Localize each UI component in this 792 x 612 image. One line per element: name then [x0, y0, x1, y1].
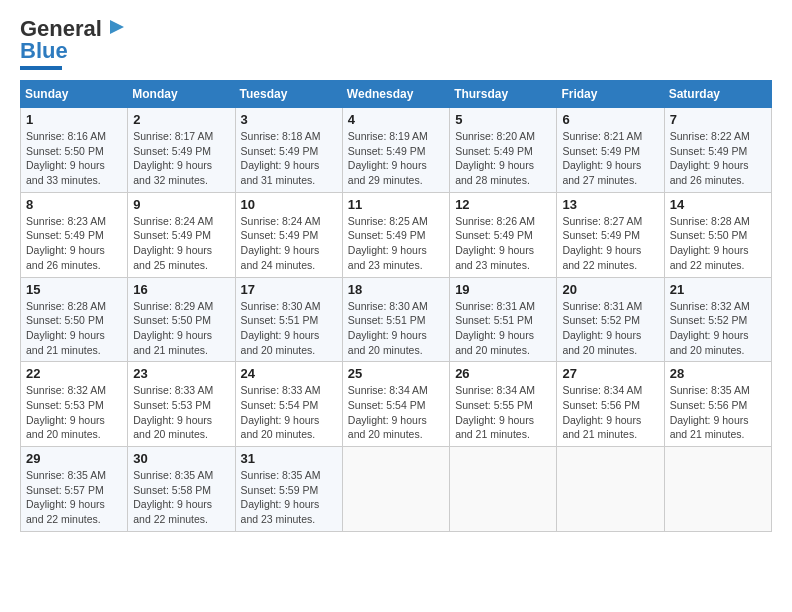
- calendar-cell: 11Sunrise: 8:25 AMSunset: 5:49 PMDayligh…: [342, 192, 449, 277]
- calendar-day-number: 6: [562, 112, 658, 127]
- calendar-cell: 17Sunrise: 8:30 AMSunset: 5:51 PMDayligh…: [235, 277, 342, 362]
- calendar-day-info: Sunrise: 8:28 AMSunset: 5:50 PMDaylight:…: [670, 214, 766, 273]
- calendar-cell: 1Sunrise: 8:16 AMSunset: 5:50 PMDaylight…: [21, 108, 128, 193]
- calendar-cell: 14Sunrise: 8:28 AMSunset: 5:50 PMDayligh…: [664, 192, 771, 277]
- calendar-day-number: 3: [241, 112, 337, 127]
- calendar-day-info: Sunrise: 8:19 AMSunset: 5:49 PMDaylight:…: [348, 129, 444, 188]
- calendar-day-number: 22: [26, 366, 122, 381]
- calendar-day-info: Sunrise: 8:30 AMSunset: 5:51 PMDaylight:…: [241, 299, 337, 358]
- calendar-cell: [557, 447, 664, 532]
- calendar-day-info: Sunrise: 8:16 AMSunset: 5:50 PMDaylight:…: [26, 129, 122, 188]
- calendar-day-info: Sunrise: 8:17 AMSunset: 5:49 PMDaylight:…: [133, 129, 229, 188]
- calendar-day-info: Sunrise: 8:21 AMSunset: 5:49 PMDaylight:…: [562, 129, 658, 188]
- calendar-cell: 22Sunrise: 8:32 AMSunset: 5:53 PMDayligh…: [21, 362, 128, 447]
- calendar-cell: 12Sunrise: 8:26 AMSunset: 5:49 PMDayligh…: [450, 192, 557, 277]
- calendar-day-info: Sunrise: 8:33 AMSunset: 5:53 PMDaylight:…: [133, 383, 229, 442]
- calendar-day-number: 21: [670, 282, 766, 297]
- logo: General Blue: [20, 16, 126, 70]
- calendar-cell: 6Sunrise: 8:21 AMSunset: 5:49 PMDaylight…: [557, 108, 664, 193]
- calendar-week-2: 8Sunrise: 8:23 AMSunset: 5:49 PMDaylight…: [21, 192, 772, 277]
- calendar-day-number: 29: [26, 451, 122, 466]
- calendar-cell: 2Sunrise: 8:17 AMSunset: 5:49 PMDaylight…: [128, 108, 235, 193]
- calendar-day-number: 26: [455, 366, 551, 381]
- calendar-day-number: 7: [670, 112, 766, 127]
- calendar-day-info: Sunrise: 8:32 AMSunset: 5:53 PMDaylight:…: [26, 383, 122, 442]
- logo-blue: Blue: [20, 38, 68, 63]
- calendar-day-info: Sunrise: 8:34 AMSunset: 5:55 PMDaylight:…: [455, 383, 551, 442]
- calendar-day-number: 24: [241, 366, 337, 381]
- calendar-day-info: Sunrise: 8:26 AMSunset: 5:49 PMDaylight:…: [455, 214, 551, 273]
- calendar-header-thursday: Thursday: [450, 81, 557, 108]
- calendar-cell: 27Sunrise: 8:34 AMSunset: 5:56 PMDayligh…: [557, 362, 664, 447]
- calendar-week-1: 1Sunrise: 8:16 AMSunset: 5:50 PMDaylight…: [21, 108, 772, 193]
- calendar-day-number: 4: [348, 112, 444, 127]
- calendar-header-monday: Monday: [128, 81, 235, 108]
- calendar-day-info: Sunrise: 8:34 AMSunset: 5:56 PMDaylight:…: [562, 383, 658, 442]
- calendar-cell: 29Sunrise: 8:35 AMSunset: 5:57 PMDayligh…: [21, 447, 128, 532]
- calendar-day-number: 28: [670, 366, 766, 381]
- calendar-cell: 24Sunrise: 8:33 AMSunset: 5:54 PMDayligh…: [235, 362, 342, 447]
- calendar-week-3: 15Sunrise: 8:28 AMSunset: 5:50 PMDayligh…: [21, 277, 772, 362]
- calendar-cell: 13Sunrise: 8:27 AMSunset: 5:49 PMDayligh…: [557, 192, 664, 277]
- calendar-day-info: Sunrise: 8:31 AMSunset: 5:52 PMDaylight:…: [562, 299, 658, 358]
- calendar-day-number: 31: [241, 451, 337, 466]
- calendar-day-info: Sunrise: 8:30 AMSunset: 5:51 PMDaylight:…: [348, 299, 444, 358]
- calendar-day-info: Sunrise: 8:24 AMSunset: 5:49 PMDaylight:…: [133, 214, 229, 273]
- calendar-day-info: Sunrise: 8:24 AMSunset: 5:49 PMDaylight:…: [241, 214, 337, 273]
- calendar-day-number: 30: [133, 451, 229, 466]
- calendar-cell: 31Sunrise: 8:35 AMSunset: 5:59 PMDayligh…: [235, 447, 342, 532]
- calendar-body: 1Sunrise: 8:16 AMSunset: 5:50 PMDaylight…: [21, 108, 772, 532]
- calendar-day-info: Sunrise: 8:35 AMSunset: 5:59 PMDaylight:…: [241, 468, 337, 527]
- calendar-day-number: 17: [241, 282, 337, 297]
- calendar-cell: 4Sunrise: 8:19 AMSunset: 5:49 PMDaylight…: [342, 108, 449, 193]
- calendar-cell: 20Sunrise: 8:31 AMSunset: 5:52 PMDayligh…: [557, 277, 664, 362]
- calendar-cell: 21Sunrise: 8:32 AMSunset: 5:52 PMDayligh…: [664, 277, 771, 362]
- calendar-cell: 30Sunrise: 8:35 AMSunset: 5:58 PMDayligh…: [128, 447, 235, 532]
- calendar-day-info: Sunrise: 8:34 AMSunset: 5:54 PMDaylight:…: [348, 383, 444, 442]
- calendar-day-number: 18: [348, 282, 444, 297]
- calendar-day-info: Sunrise: 8:32 AMSunset: 5:52 PMDaylight:…: [670, 299, 766, 358]
- calendar-day-number: 8: [26, 197, 122, 212]
- calendar-day-info: Sunrise: 8:35 AMSunset: 5:58 PMDaylight:…: [133, 468, 229, 527]
- calendar-cell: 3Sunrise: 8:18 AMSunset: 5:49 PMDaylight…: [235, 108, 342, 193]
- calendar-day-info: Sunrise: 8:25 AMSunset: 5:49 PMDaylight:…: [348, 214, 444, 273]
- calendar-cell: 9Sunrise: 8:24 AMSunset: 5:49 PMDaylight…: [128, 192, 235, 277]
- calendar-day-number: 16: [133, 282, 229, 297]
- calendar-day-info: Sunrise: 8:35 AMSunset: 5:57 PMDaylight:…: [26, 468, 122, 527]
- calendar-cell: 5Sunrise: 8:20 AMSunset: 5:49 PMDaylight…: [450, 108, 557, 193]
- calendar-cell: 23Sunrise: 8:33 AMSunset: 5:53 PMDayligh…: [128, 362, 235, 447]
- calendar-day-number: 20: [562, 282, 658, 297]
- calendar-week-5: 29Sunrise: 8:35 AMSunset: 5:57 PMDayligh…: [21, 447, 772, 532]
- calendar-day-number: 27: [562, 366, 658, 381]
- calendar-day-info: Sunrise: 8:28 AMSunset: 5:50 PMDaylight:…: [26, 299, 122, 358]
- calendar-day-info: Sunrise: 8:18 AMSunset: 5:49 PMDaylight:…: [241, 129, 337, 188]
- calendar-day-number: 2: [133, 112, 229, 127]
- calendar-cell: 26Sunrise: 8:34 AMSunset: 5:55 PMDayligh…: [450, 362, 557, 447]
- calendar-cell: 19Sunrise: 8:31 AMSunset: 5:51 PMDayligh…: [450, 277, 557, 362]
- calendar-cell: 7Sunrise: 8:22 AMSunset: 5:49 PMDaylight…: [664, 108, 771, 193]
- calendar-day-info: Sunrise: 8:33 AMSunset: 5:54 PMDaylight:…: [241, 383, 337, 442]
- calendar-day-number: 14: [670, 197, 766, 212]
- calendar-cell: 10Sunrise: 8:24 AMSunset: 5:49 PMDayligh…: [235, 192, 342, 277]
- calendar-header-row: SundayMondayTuesdayWednesdayThursdayFrid…: [21, 81, 772, 108]
- calendar-day-info: Sunrise: 8:23 AMSunset: 5:49 PMDaylight:…: [26, 214, 122, 273]
- logo-underline: [20, 66, 62, 70]
- calendar-header-tuesday: Tuesday: [235, 81, 342, 108]
- calendar-day-info: Sunrise: 8:29 AMSunset: 5:50 PMDaylight:…: [133, 299, 229, 358]
- calendar-day-info: Sunrise: 8:20 AMSunset: 5:49 PMDaylight:…: [455, 129, 551, 188]
- calendar-day-number: 12: [455, 197, 551, 212]
- calendar-header-friday: Friday: [557, 81, 664, 108]
- calendar-day-number: 25: [348, 366, 444, 381]
- calendar-day-info: Sunrise: 8:22 AMSunset: 5:49 PMDaylight:…: [670, 129, 766, 188]
- calendar-day-number: 11: [348, 197, 444, 212]
- calendar-cell: 25Sunrise: 8:34 AMSunset: 5:54 PMDayligh…: [342, 362, 449, 447]
- calendar-day-info: Sunrise: 8:35 AMSunset: 5:56 PMDaylight:…: [670, 383, 766, 442]
- calendar-cell: 18Sunrise: 8:30 AMSunset: 5:51 PMDayligh…: [342, 277, 449, 362]
- calendar-day-number: 23: [133, 366, 229, 381]
- calendar-cell: 28Sunrise: 8:35 AMSunset: 5:56 PMDayligh…: [664, 362, 771, 447]
- calendar-day-number: 1: [26, 112, 122, 127]
- calendar-table: SundayMondayTuesdayWednesdayThursdayFrid…: [20, 80, 772, 532]
- logo-arrow-icon: [104, 16, 126, 38]
- calendar-cell: [342, 447, 449, 532]
- calendar-week-4: 22Sunrise: 8:32 AMSunset: 5:53 PMDayligh…: [21, 362, 772, 447]
